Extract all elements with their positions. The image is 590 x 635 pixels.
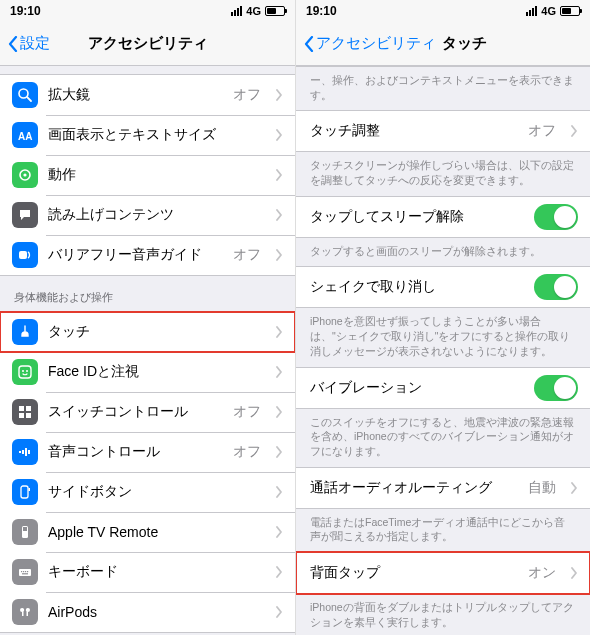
svg-rect-14 [25, 448, 27, 456]
row-value: オフ [233, 443, 261, 461]
group-call-audio: 通話オーディオルーティング 自動 [296, 467, 590, 509]
svg-rect-23 [23, 571, 24, 572]
svg-rect-18 [29, 488, 31, 491]
row-call-audio-routing[interactable]: 通話オーディオルーティング 自動 [296, 468, 590, 508]
row-keyboards[interactable]: キーボード [0, 552, 295, 592]
row-label: Face IDと注視 [48, 363, 265, 381]
row-label: 拡大鏡 [48, 86, 223, 104]
back-label: 設定 [20, 34, 50, 53]
audio-guide-icon [12, 242, 38, 268]
chevron-right-icon [570, 567, 578, 579]
svg-rect-26 [22, 573, 28, 574]
signal-icon [231, 6, 242, 16]
row-label: タップしてスリープ解除 [310, 208, 524, 226]
row-faceid[interactable]: Face IDと注視 [0, 352, 295, 392]
toggle-tap-to-wake[interactable] [534, 204, 578, 230]
row-value: 自動 [528, 479, 556, 497]
row-label: サイドボタン [48, 483, 265, 501]
chevron-right-icon [275, 486, 283, 498]
footer-tap-wake: タップすると画面のスリープが解除されます。 [296, 238, 590, 267]
group-back-tap: 背面タップ オン [296, 552, 590, 594]
battery-icon [265, 6, 285, 16]
row-value: オフ [233, 86, 261, 104]
row-spoken-content[interactable]: 読み上げコンテンツ [0, 195, 295, 235]
row-shake-to-undo[interactable]: シェイクで取り消し [296, 267, 590, 307]
group-touch-accom: タッチ調整 オフ [296, 110, 590, 152]
row-label: タッチ調整 [310, 122, 518, 140]
chevron-right-icon [570, 125, 578, 137]
row-value: オン [528, 564, 556, 582]
chevron-right-icon [275, 526, 283, 538]
group-vibration: バイブレーション [296, 367, 590, 409]
svg-rect-13 [22, 450, 24, 454]
row-apple-tv-remote[interactable]: Apple TV Remote [0, 512, 295, 552]
magnifier-icon [12, 82, 38, 108]
svg-rect-11 [19, 413, 24, 418]
chevron-right-icon [275, 606, 283, 618]
chevron-right-icon [275, 446, 283, 458]
footer-back-tap: iPhoneの背面をダブルまたはトリプルタップしてアクションを素早く実行します。 [296, 594, 590, 635]
chevron-right-icon [275, 326, 283, 338]
row-display-text[interactable]: AA 画面表示とテキストサイズ [0, 115, 295, 155]
nav-bar: 設定 アクセシビリティ [0, 22, 295, 66]
row-label: 通話オーディオルーティング [310, 479, 518, 497]
row-back-tap[interactable]: 背面タップ オン [296, 553, 590, 593]
page-title: アクセシビリティ [88, 34, 208, 53]
row-audio-descriptions[interactable]: バリアフリー音声ガイド オフ [0, 235, 295, 275]
motion-icon [12, 162, 38, 188]
chevron-right-icon [275, 406, 283, 418]
group-shake-undo: シェイクで取り消し [296, 266, 590, 308]
row-airpods[interactable]: AirPods [0, 592, 295, 632]
row-switch-control[interactable]: スイッチコントロール オフ [0, 392, 295, 432]
chevron-right-icon [275, 129, 283, 141]
airpods-icon [12, 599, 38, 625]
nav-bar: アクセシビリティ タッチ [296, 22, 590, 66]
row-voice-control[interactable]: 音声コントロール オフ [0, 432, 295, 472]
back-button[interactable]: 設定 [8, 34, 50, 53]
settings-group-physical: タッチ Face IDと注視 スイッチコントロール オフ [0, 311, 295, 633]
chevron-left-icon [8, 36, 18, 52]
row-label: タッチ [48, 323, 265, 341]
row-label: 背面タップ [310, 564, 518, 582]
row-touch[interactable]: タッチ [0, 312, 295, 352]
svg-rect-5 [19, 251, 27, 259]
toggle-shake-to-undo[interactable] [534, 274, 578, 300]
battery-icon [560, 6, 580, 16]
status-time: 19:10 [306, 4, 337, 18]
footer-vibration: このスイッチをオフにすると、地震や津波の緊急速報を含め、iPhoneのすべてのバ… [296, 409, 590, 467]
settings-group-vision: 拡大鏡 オフ AA 画面表示とテキストサイズ 動作 [0, 74, 295, 276]
svg-rect-21 [19, 569, 31, 576]
svg-text:AA: AA [18, 131, 32, 142]
row-side-button[interactable]: サイドボタン [0, 472, 295, 512]
partial-footer-top: ー、操作、およびコンテキストメニューを表示できます。 [296, 66, 590, 110]
side-button-icon [12, 479, 38, 505]
content-scroll: 拡大鏡 オフ AA 画面表示とテキストサイズ 動作 [0, 66, 295, 635]
svg-point-8 [26, 370, 28, 372]
svg-line-1 [27, 97, 31, 101]
row-tap-to-wake[interactable]: タップしてスリープ解除 [296, 197, 590, 237]
toggle-vibration[interactable] [534, 375, 578, 401]
page-title: タッチ [442, 34, 487, 53]
row-label: 音声コントロール [48, 443, 223, 461]
svg-rect-12 [26, 413, 31, 418]
textsize-icon: AA [12, 122, 38, 148]
row-touch-accommodations[interactable]: タッチ調整 オフ [296, 111, 590, 151]
signal-icon [526, 6, 537, 16]
section-header-physical: 身体機能および操作 [0, 276, 295, 311]
faceid-icon [12, 359, 38, 385]
svg-rect-22 [21, 571, 22, 572]
back-button[interactable]: アクセシビリティ [304, 34, 436, 53]
row-label: Apple TV Remote [48, 524, 265, 540]
svg-rect-6 [19, 366, 31, 378]
status-time: 19:10 [10, 4, 41, 18]
row-motion[interactable]: 動作 [0, 155, 295, 195]
voice-control-icon [12, 439, 38, 465]
content-scroll: ー、操作、およびコンテキストメニューを表示できます。 タッチ調整 オフ タッチス… [296, 66, 590, 635]
row-magnifier[interactable]: 拡大鏡 オフ [0, 75, 295, 115]
row-vibration[interactable]: バイブレーション [296, 368, 590, 408]
network-label: 4G [246, 5, 261, 17]
svg-rect-25 [27, 571, 28, 572]
group-tap-wake: タップしてスリープ解除 [296, 196, 590, 238]
appletv-remote-icon [12, 519, 38, 545]
svg-rect-24 [25, 571, 26, 572]
